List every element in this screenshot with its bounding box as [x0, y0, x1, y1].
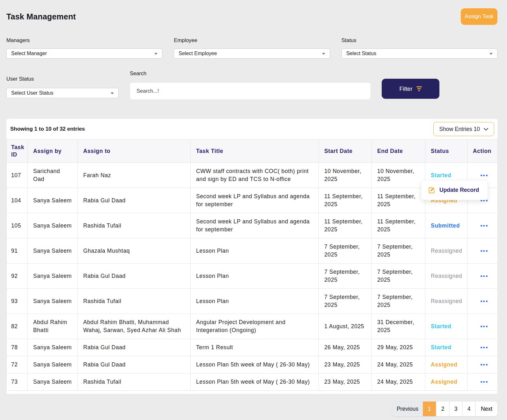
filter-row-2: User Status Select User Status Search Fi…	[6, 59, 497, 100]
cell-start-date: 11 September, 2025	[319, 188, 372, 213]
filter-icon	[416, 86, 422, 91]
cell-assign-by: Abdul Rahim Bhatti	[28, 314, 78, 339]
show-entries-label: Show Entries 10	[439, 126, 480, 133]
status-filter: Status Select Status	[342, 37, 497, 59]
search-input[interactable]	[130, 82, 371, 100]
status-badge: Submitted	[431, 222, 460, 229]
table-row: 72Sanya SaleemRabia Gul DaadLesson Plan …	[7, 356, 498, 373]
cell-task-id: 78	[7, 339, 28, 356]
table-row: 78Sanya SaleemRabia Gul DaadTerm 1 Resul…	[7, 339, 498, 356]
cell-task-id: 107	[7, 163, 28, 188]
caret-down-icon	[154, 53, 158, 55]
cell-action	[467, 339, 498, 356]
table-toolbar: Showing 1 to 10 of 32 entries Show Entri…	[6, 119, 497, 139]
pagination-previous[interactable]: Previous	[392, 402, 423, 416]
row-actions-button[interactable]	[473, 225, 495, 227]
cell-assign-by: Sarichand Oad	[28, 163, 78, 188]
cell-action	[467, 356, 498, 373]
col-header-action: Action	[467, 140, 498, 163]
status-badge: Reassigned	[431, 298, 462, 304]
chevron-down-icon	[484, 128, 488, 131]
cell-assign-to: Rashida Tufail	[78, 373, 191, 391]
cell-start-date: 1 August, 2025	[319, 314, 372, 339]
cell-assign-by: Sanya Saleem	[28, 289, 78, 314]
row-actions-button[interactable]	[473, 326, 495, 327]
employee-label: Employee	[174, 37, 330, 43]
pagination-pages: 1234	[423, 402, 475, 416]
manager-select[interactable]: Select Manager	[6, 48, 162, 59]
status-badge: Assigned	[431, 379, 458, 385]
cell-task-id: 104	[7, 188, 28, 213]
pagination-page-2[interactable]: 2	[436, 402, 449, 416]
row-actions-button[interactable]	[473, 364, 495, 366]
cell-status: Reassigned	[425, 289, 467, 314]
manager-select-value: Select Manager	[11, 51, 47, 56]
cell-start-date: 7 September, 2025	[319, 238, 372, 264]
user-status-select[interactable]: Select User Status	[6, 88, 119, 98]
cell-start-date: 11 September, 2025	[319, 213, 372, 238]
cell-status: Assigned	[425, 356, 467, 373]
task-management-page: Task Management Assign Task Managers Sel…	[0, 0, 507, 420]
table-row: 73Sanya SaleemRashida TufailLesson Plan …	[7, 373, 498, 391]
col-header-task-title: Task Title	[191, 140, 319, 163]
cell-action	[467, 213, 498, 238]
row-actions-button[interactable]	[473, 301, 495, 302]
cell-assign-by: Sanya Saleem	[28, 213, 78, 238]
cell-assign-by: Sanya Saleem	[28, 238, 78, 264]
table-row: 93Sanya SaleemRashida TufailLesson Plan7…	[7, 289, 498, 314]
row-actions-button[interactable]	[473, 381, 495, 383]
cell-end-date: 7 September, 2025	[372, 238, 425, 264]
cell-action	[467, 264, 498, 289]
row-actions-button[interactable]	[473, 250, 495, 252]
cell-start-date: 23 May, 2025	[319, 356, 372, 373]
cell-end-date: 29 May, 2025	[372, 339, 425, 356]
status-badge: Started	[431, 172, 452, 178]
cell-task-title: CWW staff contracts with COC( both) prin…	[191, 163, 319, 188]
status-badge: Reassigned	[431, 273, 462, 279]
cell-start-date: 26 May, 2025	[319, 339, 372, 356]
edit-icon	[428, 187, 435, 194]
cell-task-id: 105	[7, 213, 28, 238]
row-actions-button[interactable]	[473, 175, 495, 176]
cell-status: Submitted	[425, 213, 467, 238]
row-actions-button[interactable]	[473, 275, 495, 277]
row-actions-button[interactable]	[473, 347, 495, 348]
cell-task-title: Second week LP and Syllabus and agenda f…	[191, 188, 319, 213]
cell-start-date: 7 September, 2025	[319, 289, 372, 314]
table-header-row: Task ID Assign by Assign to Task Title S…	[7, 140, 498, 163]
cell-action	[467, 373, 498, 391]
cell-end-date: 11 September, 2025	[372, 213, 425, 238]
col-header-status: Status	[425, 140, 467, 163]
pagination-next[interactable]: Next	[475, 402, 497, 416]
cell-task-id: 92	[7, 264, 28, 289]
cell-assign-to: Rabia Gul Daad	[78, 339, 191, 356]
entries-summary: Showing 1 to 10 of 32 entries	[10, 126, 85, 132]
col-header-assign-to: Assign to	[78, 140, 191, 163]
status-badge: Started	[431, 344, 452, 351]
filter-button-wrap: Filter	[382, 79, 439, 99]
user-status-label: User Status	[6, 76, 119, 82]
employee-select[interactable]: Select Employee	[174, 48, 330, 59]
caret-down-icon	[322, 53, 325, 55]
tasks-table: Task ID Assign by Assign to Task Title S…	[6, 139, 498, 391]
filter-button-label: Filter	[399, 85, 412, 92]
status-select[interactable]: Select Status	[342, 48, 497, 59]
cell-action	[467, 314, 498, 339]
status-badge: Assigned	[431, 361, 458, 368]
status-badge: Reassigned	[431, 248, 462, 254]
status-label: Status	[342, 37, 497, 43]
employee-filter: Employee Select Employee	[174, 37, 330, 59]
update-record-label: Update Record	[439, 187, 479, 193]
pagination-page-1[interactable]: 1	[423, 402, 436, 416]
managers-label: Managers	[6, 37, 162, 43]
pagination-page-4[interactable]: 4	[462, 402, 475, 416]
assign-task-button[interactable]: Assign Task	[461, 8, 497, 25]
status-select-value: Select Status	[346, 51, 376, 56]
cell-assign-to: Rabia Gul Daad	[78, 188, 191, 213]
show-entries-select[interactable]: Show Entries 10	[433, 122, 494, 136]
cell-end-date: 11 September, 2025	[372, 188, 425, 213]
update-record-menu[interactable]: Update Record	[421, 180, 488, 200]
cell-start-date: 7 September, 2025	[319, 264, 372, 289]
pagination-page-3[interactable]: 3	[449, 402, 462, 416]
filter-button[interactable]: Filter	[382, 79, 439, 99]
